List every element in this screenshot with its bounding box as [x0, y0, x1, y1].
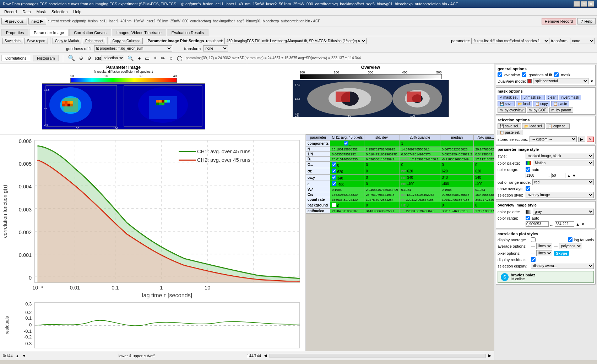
clear-button[interactable]: clear	[546, 95, 558, 100]
bottom-info: lower & upper cut-off	[29, 354, 244, 358]
ellipse-button[interactable]: ◯	[176, 54, 184, 62]
scroll-right-btn[interactable]: ▶	[488, 353, 491, 358]
transform2-select[interactable]: none	[203, 45, 228, 51]
zoom-out-button[interactable]: 🔍	[67, 54, 76, 62]
save-report-button[interactable]: Save report	[25, 38, 48, 44]
stored-sel-select[interactable]: --- custom ---	[530, 136, 577, 142]
correlation-chart[interactable]: 0.006 0.005 0.004 0.003 0.002 0.001 0 co…	[0, 134, 305, 351]
maximize-button[interactable]: □	[581, 1, 587, 7]
mask-sel-button[interactable]: ✔ mask sel.	[498, 95, 520, 100]
transform-select[interactable]: none	[570, 38, 595, 44]
mask-copy-button[interactable]: 📋 copy	[533, 101, 550, 106]
sub-tab-histogram[interactable]: Histogram	[33, 55, 59, 61]
zoom-out-minus-button[interactable]: ⊖	[86, 54, 92, 62]
rect-select-button[interactable]: ▭	[144, 54, 151, 62]
mask-save-button[interactable]: 💾 save	[498, 101, 515, 106]
ov-up-icon[interactable]: ▲	[576, 222, 580, 226]
previous-button[interactable]: ◀ previous	[1, 18, 27, 24]
color-palette-select[interactable]: Matlab	[533, 160, 594, 166]
ov-down-icon[interactable]: ▼	[581, 222, 585, 226]
close-button[interactable]: ✕	[588, 1, 594, 7]
m-by-gof-button[interactable]: m. by GOF	[527, 107, 548, 113]
invert-mask-button[interactable]: invert mask	[559, 95, 581, 100]
dualview-select[interactable]: split horizontal	[533, 78, 588, 84]
sel-go-button[interactable]: ▶	[578, 137, 585, 142]
range-up-icon[interactable]: ▲	[567, 173, 571, 178]
tab-evaluation-results[interactable]: Evaluation Results	[167, 29, 208, 36]
show-overlays-checkbox[interactable]	[526, 186, 530, 191]
overview-image-canvas[interactable]: 17.5 12.5 7.5 2.5 50 100	[293, 80, 449, 117]
overview-checkbox[interactable]	[498, 72, 502, 77]
menu-record[interactable]: Record	[1, 9, 20, 15]
copy-to-matlab-button[interactable]: Copy to Matlab	[53, 38, 81, 44]
print-report-button[interactable]: Print report	[83, 38, 105, 44]
mask-load-button[interactable]: 📂 load	[516, 101, 532, 106]
parameter-select[interactable]: fit results: diffusion coefficient of sp…	[471, 38, 549, 44]
copy-as-columns-button[interactable]: Copy as Columns	[110, 38, 143, 44]
ov-palette-select[interactable]: gray	[533, 209, 594, 215]
save-sel-button[interactable]: 💾 save sel.	[498, 123, 521, 129]
plus-button[interactable]: +	[137, 54, 142, 62]
selection-style-select[interactable]: overlay image	[526, 192, 594, 198]
circle-button[interactable]: ○	[168, 54, 173, 62]
scroll-left-btn[interactable]: ◀	[264, 353, 267, 358]
auto-range-checkbox[interactable]	[526, 167, 530, 172]
horizontal-scrollbar[interactable]	[270, 354, 485, 358]
display-residuals-checkbox[interactable]	[531, 257, 536, 262]
menu-selection[interactable]: Selection	[49, 9, 70, 15]
goodness-select[interactable]: fit properties: fitalg_error_sum	[94, 45, 172, 51]
progress-down-btn[interactable]: ▼	[22, 354, 26, 358]
out-of-range-select[interactable]: red	[532, 179, 594, 185]
pixel-lines-select[interactable]: lines	[536, 250, 552, 256]
help-button[interactable]: ? Help	[577, 18, 596, 24]
selection-display-label: selection display:	[498, 264, 530, 268]
m-by-param-button[interactable]: m. by param	[549, 107, 574, 113]
svg-text:0: 0	[29, 275, 32, 281]
unmask-sel-button[interactable]: unmask sel.	[521, 95, 544, 100]
table-row: components 1 1	[306, 140, 494, 147]
paste-sel-button[interactable]: 📋 paste sel.	[498, 130, 522, 135]
result-set-select[interactable]: #50 'ImagingFCS Fit': lmfit: Levenberg-M…	[224, 38, 367, 44]
selection-display-select[interactable]: display avera...	[531, 263, 594, 269]
avg-lines-select[interactable]: lines	[536, 243, 552, 249]
sub-tab-correlations[interactable]: Correlations	[1, 55, 30, 61]
zoom-in-plus-button[interactable]: ⊕	[78, 54, 84, 62]
edit-mode-select[interactable]: selection	[102, 55, 124, 61]
avg-polygons-select[interactable]: polygons	[559, 243, 582, 249]
magnify-button[interactable]: 🔍	[126, 54, 135, 62]
menu-mask[interactable]: Mask	[34, 9, 49, 15]
tab-correlation-curves[interactable]: Correlation Curves	[69, 29, 111, 36]
log-tau-checkbox[interactable]	[568, 237, 572, 242]
range-down-icon[interactable]: ▼	[572, 173, 576, 178]
remove-record-button[interactable]: Remove Record	[542, 18, 576, 24]
m-by-overview-button[interactable]: m. by overview	[498, 107, 526, 113]
progress-up-btn[interactable]: ▲	[16, 354, 20, 358]
tab-properties[interactable]: Properties	[1, 29, 28, 36]
range-to-input[interactable]	[551, 173, 565, 178]
svg-text:1: 1	[160, 285, 163, 291]
mask-checkbox[interactable]	[554, 72, 559, 77]
data-table-panel[interactable]: parameter CH1: avg. 45 pixels std. dev. …	[306, 134, 494, 351]
menu-help[interactable]: Help	[70, 9, 84, 15]
param-image-canvas[interactable]: 17.5 10 2.5 50 100	[42, 83, 205, 129]
load-sel-button[interactable]: 📂 load sel.	[522, 123, 545, 129]
save-data-button[interactable]: Save data	[2, 38, 23, 44]
mask-paste-button[interactable]: 📋 paste	[551, 101, 569, 106]
goodness-checkbox[interactable]	[522, 72, 526, 77]
next-button[interactable]: next ▶	[28, 18, 47, 24]
tab-images-videos[interactable]: Images, Videos Timetrace	[112, 29, 166, 36]
minimize-button[interactable]: _	[574, 1, 580, 7]
copy-sel-button[interactable]: 📋 copy sel.	[546, 123, 569, 129]
menu-data[interactable]: Data	[20, 9, 33, 15]
style-select[interactable]: masked image, black	[526, 153, 594, 159]
display-avg-checkbox[interactable]	[531, 237, 536, 242]
ov-range-to[interactable]	[555, 221, 574, 227]
ov-range-from[interactable]	[526, 221, 549, 227]
ov-auto-checkbox[interactable]	[526, 216, 530, 220]
draw-button[interactable]: ✏	[160, 54, 166, 62]
mask-option-label: mask	[561, 73, 570, 77]
tab-parameter-image[interactable]: Parameter Image	[29, 29, 69, 36]
lasso-button[interactable]: ⌖	[153, 54, 158, 62]
range-from-input[interactable]	[526, 173, 545, 178]
sel-delete-button[interactable]: ✕	[587, 137, 594, 142]
